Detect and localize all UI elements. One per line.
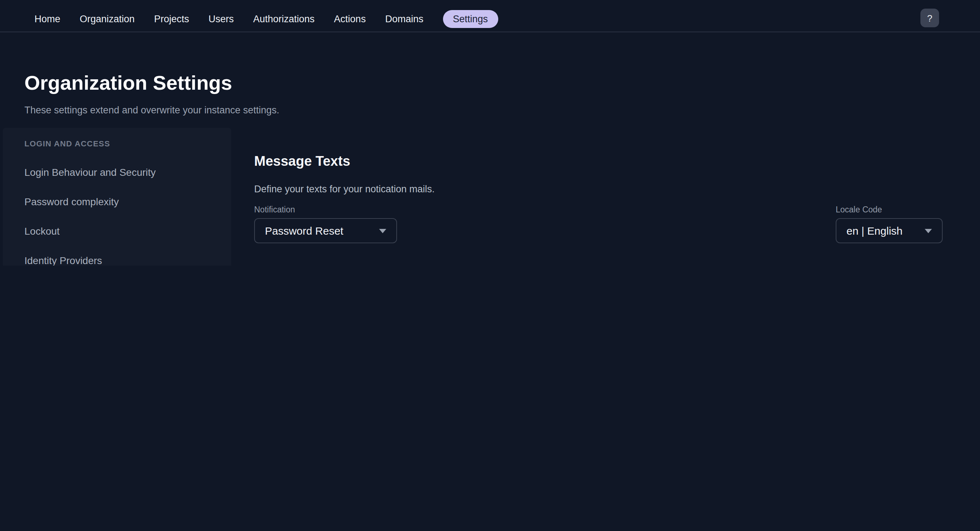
page-title: Organization Settings <box>24 72 232 95</box>
nav-item-organization[interactable]: Organization <box>80 14 135 24</box>
notification-label: Notification <box>254 205 295 214</box>
nav-item-projects[interactable]: Projects <box>154 14 189 24</box>
nav-item-settings[interactable]: Settings <box>442 10 498 28</box>
locale-code-select-value: en | English <box>846 225 902 237</box>
section-title-login-and-access: LOGIN AND ACCESS <box>24 139 110 148</box>
sidebar-item-identity-providers[interactable]: Identity Providers <box>24 255 102 265</box>
locale-code-label: Locale Code <box>836 205 882 214</box>
nav-item-authorizations[interactable]: Authorizations <box>253 14 315 24</box>
app-root: Home Organization Projects Users Authori… <box>0 0 980 265</box>
nav-item-actions[interactable]: Actions <box>334 14 366 24</box>
sidebar-item-password-complexity[interactable]: Password complexity <box>24 196 119 208</box>
main-subtitle: Define your texts for your notication ma… <box>254 183 435 194</box>
sidebar-item-lockout[interactable]: Lockout <box>24 225 60 237</box>
nav-item-home[interactable]: Home <box>35 14 60 24</box>
notification-select-value: Password Reset <box>265 225 343 237</box>
notification-select[interactable]: Password Reset <box>254 218 397 243</box>
settings-sidebar: LOGIN AND ACCESS Login Behaviour and Sec… <box>3 128 231 265</box>
chevron-down-icon <box>379 228 386 233</box>
top-nav: Home Organization Projects Users Authori… <box>0 0 980 32</box>
chevron-down-icon <box>925 228 932 233</box>
main-title: Message Texts <box>254 154 350 170</box>
nav-item-domains[interactable]: Domains <box>385 14 423 24</box>
nav-item-users[interactable]: Users <box>208 14 234 24</box>
sidebar-item-login-behaviour-and-security[interactable]: Login Behaviour and Security <box>24 166 156 178</box>
locale-code-select[interactable]: en | English <box>836 218 943 243</box>
help-button[interactable]: ? <box>920 9 939 27</box>
page-subtitle: These settings extend and overwrite your… <box>24 105 279 115</box>
